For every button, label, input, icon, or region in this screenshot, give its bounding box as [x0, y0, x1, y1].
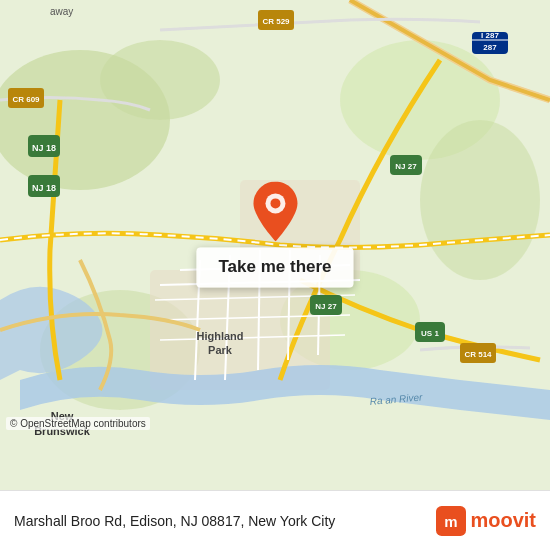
moovit-logo: m moovit	[436, 506, 536, 536]
svg-point-2	[100, 40, 220, 120]
svg-text:287: 287	[483, 43, 497, 52]
svg-text:CR 529: CR 529	[262, 17, 290, 26]
svg-text:CR 514: CR 514	[464, 350, 492, 359]
svg-text:I 287: I 287	[481, 31, 499, 40]
attribution-text: © OpenStreetMap contributors	[6, 417, 150, 430]
map-container: NJ 18 NJ 18 NJ 27 NJ 27 US 1 I 287 287 C…	[0, 0, 550, 490]
svg-text:NJ 18: NJ 18	[32, 183, 56, 193]
bottom-bar: Marshall Broo Rd, Edison, NJ 08817, New …	[0, 490, 550, 550]
svg-text:CR 609: CR 609	[12, 95, 40, 104]
svg-text:Park: Park	[208, 344, 233, 356]
svg-text:away: away	[50, 6, 73, 17]
svg-text:NJ 27: NJ 27	[315, 302, 337, 311]
take-me-there-button[interactable]: Take me there	[196, 247, 353, 287]
take-me-there-overlay: Take me there	[196, 181, 353, 287]
svg-text:m: m	[445, 512, 458, 529]
svg-text:US 1: US 1	[421, 329, 439, 338]
svg-text:NJ 18: NJ 18	[32, 143, 56, 153]
location-pin	[251, 181, 299, 241]
svg-point-4	[420, 120, 540, 280]
moovit-icon-svg: m	[436, 506, 466, 536]
address-text: Marshall Broo Rd, Edison, NJ 08817, New …	[14, 513, 436, 529]
svg-text:Highland: Highland	[196, 330, 243, 342]
attribution-bar: © OpenStreetMap contributors	[0, 415, 550, 432]
moovit-label: moovit	[470, 509, 536, 532]
svg-point-35	[270, 198, 280, 208]
svg-text:NJ 27: NJ 27	[395, 162, 417, 171]
